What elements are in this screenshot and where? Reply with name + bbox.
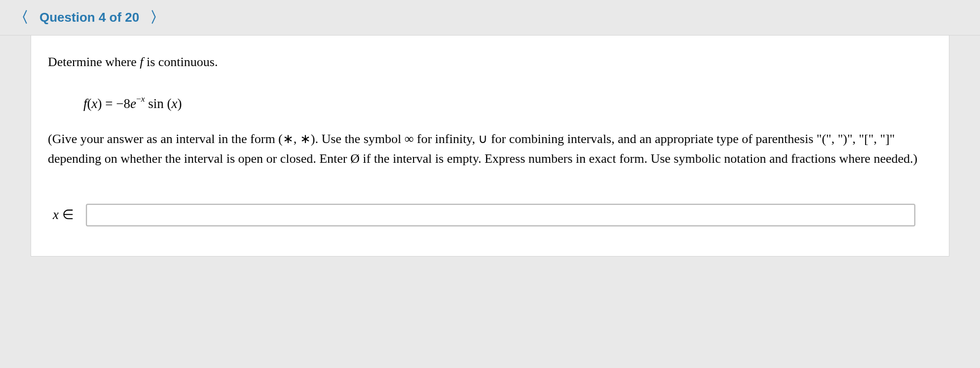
formula-close: ) — [178, 96, 182, 111]
page-root: 〈 Question 4 of 20 〉 Determine where f i… — [0, 0, 980, 368]
formula-e: e — [130, 96, 136, 111]
answer-input[interactable] — [86, 204, 915, 226]
answer-row: x ∈ — [48, 204, 932, 226]
prompt-prefix: Determine where — [48, 55, 140, 69]
formula-f: f — [83, 96, 87, 111]
answer-label: x ∈ — [53, 205, 74, 225]
question-body: Determine where f is continuous. f(x) = … — [31, 36, 949, 257]
next-question-button[interactable]: 〉 — [145, 4, 170, 31]
question-nav-header: 〈 Question 4 of 20 〉 — [0, 0, 980, 36]
formula-x-arg: x — [92, 96, 98, 111]
formula-exponent: −x — [136, 94, 145, 104]
prev-question-button[interactable]: 〈 — [9, 4, 34, 31]
answer-label-in: ∈ — [59, 207, 74, 222]
formula-eq-8: ) = −8 — [98, 96, 130, 111]
formula-exp-x: x — [141, 94, 145, 104]
question-counter-label: Question 4 of 20 — [34, 10, 145, 25]
formula-sin-open: sin ( — [145, 96, 172, 111]
formula-exp-minus: − — [136, 94, 141, 104]
answer-label-x: x — [53, 207, 59, 222]
prompt-text: Determine where f is continuous. — [48, 52, 932, 72]
formula-open-paren: ( — [87, 96, 92, 111]
formula-display: f(x) = −8e−x sin (x) — [48, 85, 932, 128]
answer-instructions: (Give your answer as an interval in the … — [48, 129, 932, 169]
prompt-suffix: is continuous. — [143, 55, 218, 69]
formula-sin-x: x — [172, 96, 178, 111]
